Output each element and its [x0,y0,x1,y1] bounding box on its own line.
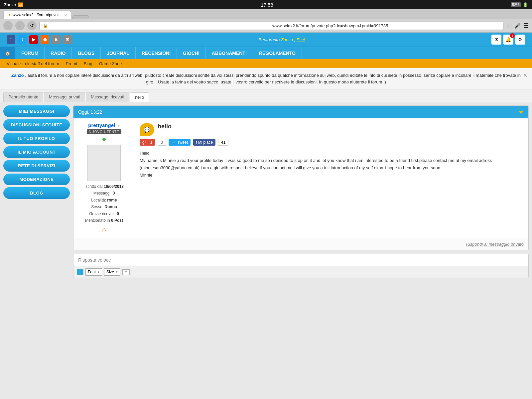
reload-button[interactable]: ↺ [27,21,37,30]
rss-icon[interactable]: ◉ [41,35,49,44]
facebook-icon[interactable]: f [7,35,15,44]
nav-recensioni[interactable]: RECENSIONI [136,47,177,59]
speech-bubble-icon: 💬 [140,123,154,136]
nav-blogs[interactable]: BLOGS [72,47,101,59]
nav-regolamento[interactable]: REGOLAMENTO [253,47,302,59]
mic-icon[interactable]: 🎤 [514,23,521,29]
nav-abbonamenti[interactable]: ABBONAMENTI [206,47,253,59]
editor-color-swatch[interactable] [77,269,83,275]
sidebar-btn-profilo[interactable]: IL TUO PROFILO [3,133,70,144]
battery-indicator: 52% [511,2,521,7]
greeting-text: Bentornato [259,37,280,42]
message-title: hello [158,123,172,130]
user-info: Iscritto dal 18/06/2013 Messaggi: 0 Loca… [77,183,131,224]
logout-link[interactable]: Esci [297,37,305,42]
social-icons: f t ▶ ◉ B ✉ [7,35,72,44]
tab-hello[interactable]: hello [130,92,149,102]
menu-icon[interactable]: ☰ [523,22,529,29]
extra-selector[interactable]: ▼ [122,269,130,275]
size-chevron-icon: ▼ [115,271,118,274]
nav-radio[interactable]: RADIO [45,47,72,59]
fb-like-icon: f [196,140,197,145]
join-date: Iscritto dal 18/06/2013 [77,183,131,190]
main-content: Oggi, 13:22 ★ prettyangel ● NUOVO UTENTE… [73,105,529,298]
extra-chevron-icon: ▼ [125,271,127,274]
sidebar-btn-discussioni[interactable]: DISCUSSIONI SEGUITE [3,119,70,131]
active-browser-tab[interactable]: ✦ www.sciax2.it/forum/privat... ✕ [3,11,71,19]
forward-button[interactable]: › [15,21,25,30]
sender-username[interactable]: prettyangel [88,122,115,128]
quick-reply-header: Risposta veloce [73,254,528,266]
font-chevron-icon: ▼ [97,271,100,274]
nav-forum[interactable]: FORUM [15,47,45,59]
announcement-bar: ✕ Zanzo , aiuta il forum a non copiare i… [0,68,532,89]
subnav-blog[interactable]: Blog [84,61,92,66]
envelope-icon: ✉ [494,37,498,42]
user-avatar [87,145,121,181]
announcement-close[interactable]: ✕ [523,71,527,79]
tab-pannello[interactable]: Pannello utente [3,92,43,102]
youtube-icon[interactable]: ▶ [29,35,38,44]
size-label: Size [106,270,114,274]
quick-reply-section: Risposta veloce Font ▼ Size ▼ ▼ [73,254,529,278]
like-button[interactable]: f Mi piace [193,139,215,146]
app-name: Zanzo [4,2,16,7]
warn-icon[interactable]: ⚠ [77,226,131,234]
tweet-button[interactable]: 🐦 Tweet [169,139,191,146]
gear-icon: ⚙ [518,37,522,42]
greeting-separator: , [294,37,297,42]
subnav-premi[interactable]: Premi [66,61,77,66]
greeting-username[interactable]: Zanzo [281,37,293,42]
sub-navigation: Visualizza lo staff del forum Premi Blog… [0,59,532,68]
green-dot-icon [102,138,106,141]
sidebar-btn-miei-messaggi[interactable]: MIEI MESSAGGI [3,105,70,117]
messages-icon[interactable]: ✉ [491,35,501,45]
notifications-icon[interactable]: 🔔 1 [503,35,513,45]
editor-toolbar: Font ▼ Size ▼ ▼ [73,266,528,278]
sidebar-btn-moderazione[interactable]: MODERAZIONE [3,174,70,185]
subnav-staff[interactable]: Visualizza lo staff del forum [7,61,59,66]
nav-giochi[interactable]: GIOCHI [177,47,206,59]
message-content: 💬 hello g+ +1 0 🐦 Tweet [135,118,528,238]
twitter-icon[interactable]: t [18,35,27,44]
status-left: Zanzo 📶 [4,2,23,7]
announcement-text: , aiuta il forum a non copiare intere di… [25,73,521,84]
settings-icon[interactable]: ⚙ [515,35,525,45]
mail-icon[interactable]: ✉ [63,35,72,44]
reply-link[interactable]: Rispondi al messaggio privato [466,242,524,247]
user-location: Località: rome [77,197,131,203]
tab-messaggi-privati[interactable]: Messaggi privati [44,92,85,102]
notification-badge: 1 [510,33,515,38]
wifi-icon: 📶 [18,2,23,7]
font-selector[interactable]: Font ▼ [85,268,102,276]
message-footer: Rispondi al messaggio privato [73,238,528,250]
nav-home[interactable]: 🏠 [0,47,15,59]
tab-close-button[interactable]: ✕ [64,13,67,17]
size-selector[interactable]: Size ▼ [104,268,120,276]
star-message-button[interactable]: ★ [518,108,524,116]
status-bar: Zanzo 📶 17:58 52% 🔋 [0,0,532,9]
blog-icon[interactable]: B [52,35,61,44]
main-navigation: 🏠 FORUM RADIO BLOGS JOURNAL RECENSIONI G… [0,47,532,59]
back-button[interactable]: ‹ [3,21,13,30]
message-header: Oggi, 13:22 ★ [73,106,528,118]
message-count: Messaggi: 0 [77,190,131,197]
sidebar-btn-blog[interactable]: BLOG [3,187,70,199]
bell-icon: 🔔 [505,37,511,42]
user-badge: NUOVO UTENTE [87,129,121,134]
nav-journal[interactable]: JOURNAL [101,47,136,59]
new-tab-button[interactable] [72,15,89,19]
gplus-button[interactable]: g+ +1 [140,139,155,146]
subnav-gamezone[interactable]: Game Zone [99,61,122,66]
browser-tab-bar: ✦ www.sciax2.it/forum/privat... ✕ [0,9,532,19]
user-online-dot [77,137,131,143]
star-browser-icon[interactable]: ☆ [506,22,511,29]
sidebar-btn-account[interactable]: IL MIO ACCOUNT [3,146,70,158]
sidebar-btn-rete[interactable]: RETE DI SERVIZI [3,160,70,172]
tab-messaggi-ricevuti[interactable]: Messaggi ricevuti [86,92,129,102]
user-mentioned: Menzionato in 0 Post [77,217,131,224]
url-bar[interactable]: 🔒 www.sciax2.it/forum/private.php?do=sho… [39,22,503,30]
page-tabs: Pannello utente Messaggi privati Messagg… [0,89,532,102]
announcement-user[interactable]: Zanzo [11,73,24,78]
user-offline-indicator: ● [118,124,120,128]
